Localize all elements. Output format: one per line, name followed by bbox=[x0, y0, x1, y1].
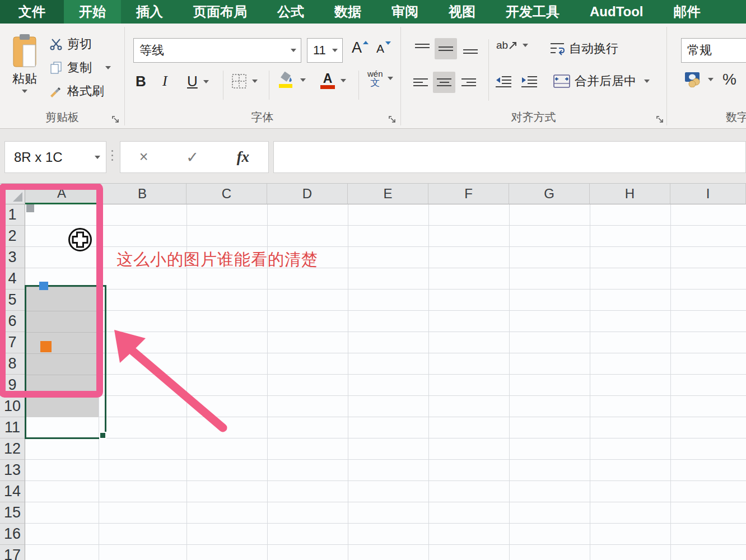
ribbon-tab-插入[interactable]: 插入 bbox=[121, 0, 178, 24]
paste-dropdown-arrow[interactable] bbox=[22, 90, 27, 93]
copy-button[interactable]: 复制 bbox=[49, 59, 111, 76]
ribbon-tab-开发工具[interactable]: 开发工具 bbox=[491, 0, 575, 24]
column-header-H[interactable]: H bbox=[590, 184, 670, 204]
percent-style-button[interactable]: % bbox=[722, 71, 736, 88]
orientation-dropdown-arrow[interactable] bbox=[523, 44, 528, 47]
enter-icon[interactable]: ✓ bbox=[186, 148, 199, 166]
ribbon-tab-页面布局[interactable]: 页面布局 bbox=[178, 0, 262, 24]
wrap-text-button[interactable]: 自动换行 bbox=[550, 40, 618, 57]
font-color-dropdown-arrow[interactable] bbox=[341, 79, 346, 82]
name-box-dropdown-arrow[interactable] bbox=[95, 156, 100, 159]
column-header-F[interactable]: F bbox=[428, 184, 509, 204]
column-header-D[interactable]: D bbox=[267, 184, 348, 204]
decrease-indent-button[interactable] bbox=[495, 75, 512, 87]
align-top-button[interactable] bbox=[411, 38, 433, 59]
row-header-16[interactable]: 16 bbox=[0, 524, 25, 545]
align-top-icon bbox=[415, 43, 430, 55]
borders-button[interactable] bbox=[232, 74, 258, 88]
decrease-indent-icon bbox=[495, 75, 512, 87]
font-size-combo[interactable]: 11 bbox=[307, 38, 343, 63]
ribbon-tab-公式[interactable]: 公式 bbox=[262, 0, 319, 24]
column-header-C[interactable]: C bbox=[186, 184, 267, 204]
increase-indent-icon bbox=[521, 75, 538, 87]
align-middle-icon bbox=[439, 43, 453, 55]
copy-dropdown-arrow[interactable] bbox=[105, 66, 111, 69]
borders-dropdown-arrow[interactable] bbox=[252, 80, 258, 83]
orientation-button[interactable]: ab bbox=[496, 39, 528, 52]
font-group-label: 字体 bbox=[124, 110, 400, 125]
column-header-B[interactable]: B bbox=[99, 184, 186, 204]
copy-label: 复制 bbox=[67, 59, 92, 76]
bold-button[interactable]: B bbox=[136, 73, 146, 90]
cut-button[interactable]: 剪切 bbox=[49, 36, 92, 53]
wrap-text-label: 自动换行 bbox=[569, 40, 618, 57]
format-painter-label: 格式刷 bbox=[67, 83, 104, 100]
fill-handle[interactable] bbox=[99, 432, 106, 439]
ribbon-tab-审阅[interactable]: 审阅 bbox=[376, 0, 433, 24]
annotation-text: 这么小的图片谁能看的清楚 bbox=[116, 249, 318, 271]
merge-center-dropdown-arrow[interactable] bbox=[644, 80, 650, 83]
number-format-combo[interactable]: 常规 bbox=[681, 38, 746, 63]
ribbon-tab-AudTool[interactable]: AudTool bbox=[575, 0, 659, 24]
align-center-button[interactable] bbox=[433, 72, 455, 93]
row-header-10[interactable]: 10 bbox=[0, 396, 25, 417]
align-right-button[interactable] bbox=[458, 72, 480, 93]
fill-color-dropdown-arrow[interactable] bbox=[300, 78, 306, 82]
spreadsheet-grid[interactable]: ABCDEFGHI 1234567891011121314151617 这么小的… bbox=[0, 184, 746, 560]
ribbon: 粘贴 剪切 复制 bbox=[0, 24, 746, 129]
accounting-dropdown-arrow[interactable] bbox=[708, 78, 714, 81]
decrease-font-size-button[interactable]: A bbox=[376, 42, 391, 55]
increase-font-size-icon: A bbox=[352, 39, 362, 57]
font-color-icon: A bbox=[320, 72, 335, 89]
align-left-button[interactable] bbox=[409, 72, 432, 93]
underline-dropdown-arrow[interactable] bbox=[203, 80, 209, 83]
column-header-I[interactable]: I bbox=[670, 184, 746, 204]
row-header-13[interactable]: 13 bbox=[0, 460, 25, 481]
merge-center-button[interactable]: 合并后居中 bbox=[553, 73, 650, 90]
ribbon-tab-视图[interactable]: 视图 bbox=[433, 0, 491, 24]
font-dialog-launcher-icon[interactable] bbox=[389, 116, 397, 124]
font-name-dropdown-arrow[interactable] bbox=[291, 49, 296, 52]
column-header-G[interactable]: G bbox=[509, 184, 590, 204]
clipboard-group-label: 剪贴板 bbox=[0, 110, 124, 125]
gridline bbox=[670, 204, 671, 560]
alignment-dialog-launcher-icon[interactable] bbox=[656, 116, 664, 124]
font-color-button[interactable]: A bbox=[320, 72, 346, 89]
italic-button[interactable]: I bbox=[162, 73, 167, 90]
font-name-combo[interactable]: 等线 bbox=[133, 38, 301, 63]
column-header-E[interactable]: E bbox=[348, 184, 428, 204]
increase-indent-button[interactable] bbox=[521, 75, 538, 87]
ribbon-tab-开始[interactable]: 开始 bbox=[64, 0, 121, 24]
ribbon-tab-文件[interactable]: 文件 bbox=[0, 0, 64, 24]
ribbon-tab-邮件[interactable]: 邮件 bbox=[659, 0, 716, 24]
cancel-icon[interactable]: × bbox=[139, 148, 148, 166]
accounting-format-button[interactable] bbox=[684, 72, 714, 87]
phonetic-dropdown-arrow[interactable] bbox=[388, 77, 393, 80]
formula-input[interactable] bbox=[273, 141, 746, 173]
align-left-icon bbox=[413, 76, 428, 88]
alignment-group-label: 对齐方式 bbox=[400, 110, 666, 125]
fill-color-button[interactable] bbox=[278, 72, 306, 88]
increase-font-size-button[interactable]: A bbox=[352, 39, 369, 57]
name-box[interactable]: 8R x 1C bbox=[4, 141, 106, 173]
row-header-12[interactable]: 12 bbox=[0, 438, 25, 460]
decrease-font-size-icon: A bbox=[376, 42, 384, 55]
font-size-dropdown-arrow[interactable] bbox=[332, 49, 338, 52]
align-middle-button[interactable] bbox=[435, 38, 457, 59]
font-size-value: 11 bbox=[307, 43, 332, 58]
paste-button[interactable]: 粘贴 bbox=[7, 34, 43, 93]
row-header-14[interactable]: 14 bbox=[0, 481, 25, 502]
underline-button[interactable]: U bbox=[187, 73, 209, 90]
insert-function-icon[interactable]: fx bbox=[237, 148, 250, 166]
align-bottom-button[interactable] bbox=[459, 38, 482, 59]
ribbon-tab-数据[interactable]: 数据 bbox=[319, 0, 376, 24]
format-painter-button[interactable]: 格式刷 bbox=[49, 83, 104, 100]
row-header-11[interactable]: 11 bbox=[0, 417, 25, 438]
pink-highlight-rectangle bbox=[0, 184, 103, 398]
row-header-15[interactable]: 15 bbox=[0, 502, 25, 524]
phonetic-guide-button[interactable]: wén 文 bbox=[367, 69, 393, 87]
row-header-17[interactable]: 17 bbox=[0, 545, 25, 560]
clipboard-dialog-launcher-icon[interactable] bbox=[112, 116, 120, 124]
phonetic-guide-icon: wén 文 bbox=[367, 69, 383, 87]
currency-icon bbox=[684, 72, 703, 87]
